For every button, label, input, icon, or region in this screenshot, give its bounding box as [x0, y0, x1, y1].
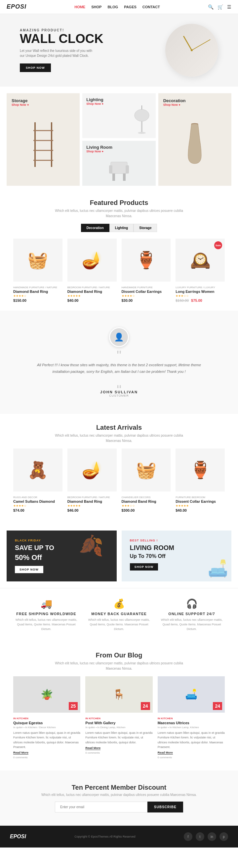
blog-1-read-more[interactable]: Read More	[13, 751, 28, 755]
arrival-1: 🧸 Rugs And Decor Camel Sultans Diamond ★…	[13, 448, 62, 514]
featured-section: Featured Products Which elit tellus, luc…	[0, 192, 238, 311]
nav-shop[interactable]: SHOP	[91, 5, 101, 9]
promo-black-friday: 🍂 BLACK FRIDAY Save Up To 50% Off SHOP N…	[7, 530, 117, 582]
testimonial-role: Customer	[13, 394, 225, 397]
nav-blog[interactable]: BLOG	[108, 5, 118, 9]
featured-products-grid: 🧺 Handmade Furniture / Nature Diamond Ba…	[7, 239, 231, 304]
newsletter-section: Ten Percent Member Discount Which elit t…	[0, 771, 238, 826]
category-decoration[interactable]: Decoration Shop Now ●	[158, 93, 231, 186]
support-title: ONLINE SUPPORT 24/7	[159, 612, 225, 616]
nav-home[interactable]: HOME	[75, 5, 85, 9]
money-back-icon: 💰	[86, 598, 152, 609]
svg-rect-14	[123, 174, 126, 181]
pinterest-icon[interactable]: p	[219, 832, 228, 841]
blog-post-3: 🛋️ 24 In Kitchen Maecenas Ultrices In qu…	[158, 676, 225, 761]
money-back-description: Which elit tellus, luctus nec ullamcorpe…	[86, 617, 152, 632]
facebook-icon[interactable]: f	[184, 832, 192, 841]
product-3-image[interactable]: 🏺	[122, 239, 171, 282]
blog-3-image[interactable]: 🛋️ 24	[158, 676, 225, 713]
product-3-name: Dissent Collar Earrings	[122, 289, 171, 293]
product-4-category: Luxury Furniture / Luxury	[176, 286, 225, 289]
hero-clock	[165, 24, 218, 77]
living-room-shop-now[interactable]: Shop Now ●	[86, 150, 151, 153]
blog-3-cat: In Kitchen	[158, 717, 225, 720]
product-4-image[interactable]: 🕰️ Sale	[176, 239, 225, 282]
arrival-1-name: Camel Sultans Diamond	[13, 499, 62, 503]
linkedin-icon[interactable]: in	[208, 832, 216, 841]
lighting-shop-now[interactable]: Shop Now ●	[86, 102, 151, 105]
quote-mark: "	[13, 352, 225, 359]
product-1-category: Handmade Furniture / Nature	[13, 286, 62, 289]
filter-tab-decoration[interactable]: Decoration	[81, 224, 110, 232]
category-storage[interactable]: Storage Shop Now ●	[7, 93, 80, 186]
hero-description: Let your Wall reflect the luxurious side…	[20, 48, 93, 58]
arrival-1-price: $74.00	[13, 508, 62, 512]
menu-icon[interactable]: ☰	[227, 4, 231, 9]
blog-1-cat: In Kitchen	[13, 717, 80, 720]
newsletter-email-input[interactable]	[55, 802, 147, 812]
svg-point-6	[135, 110, 149, 121]
svg-rect-10	[111, 162, 127, 174]
promo-2-tag: BEST SELLING !	[130, 539, 224, 542]
navbar: EPOSI HOME SHOP BLOG PAGES CONTACT 🔍 🛒 ☰	[0, 0, 238, 14]
featured-subtitle: Which elit tellus, luctus nec ullamcorpe…	[53, 208, 185, 219]
blog-1-desc: Lorem natus quam litlen quisqui, quas in…	[13, 731, 80, 750]
product-2-name: Diamond Band Ring	[67, 289, 117, 293]
filter-tabs: Decoration Lighting Storage	[7, 224, 231, 232]
blog-subtitle: Which elit tellus, luctus nec ullamcorpe…	[53, 661, 185, 671]
testimonial-quote: All Perfect !!! I know those sites with …	[36, 362, 202, 375]
arrivals-grid: 🧸 Rugs And Decor Camel Sultans Diamond ★…	[7, 448, 231, 514]
product-3-price: $30.00	[122, 299, 171, 303]
filter-tab-storage[interactable]: Storage	[133, 224, 157, 232]
blog-2-date: 24	[141, 702, 150, 710]
product-3-category: Handmade Furniture	[122, 286, 171, 289]
shipping-description: Which elit tellus, luctus nec ullamcorpe…	[13, 617, 79, 632]
twitter-icon[interactable]: t	[196, 832, 204, 841]
footer: EPOSI Copyright © EposThemes All Rights …	[0, 826, 238, 847]
newsletter-subscribe-button[interactable]: SUBSCRIBE	[147, 802, 183, 812]
product-2-image[interactable]: 🪔	[67, 239, 117, 282]
featured-title: Featured Products	[7, 199, 231, 207]
arrival-1-image[interactable]: 🧸	[13, 448, 62, 492]
arrival-2-stars: ★★★★★	[67, 504, 117, 507]
footer-social: f t in p	[184, 832, 228, 841]
blog-grid: 🪴 25 In Kitchen Quisque Egestas In quite…	[7, 676, 231, 761]
quote-mark-close: "	[117, 380, 121, 387]
nav-pages[interactable]: PAGES	[124, 5, 137, 9]
blog-3-read-more[interactable]: Read More	[158, 751, 173, 755]
arrival-3-image[interactable]: 🧺	[122, 448, 171, 492]
blog-2-desc: Lorem natus quam litlen quisqui, quas in…	[85, 731, 152, 745]
nav-contact[interactable]: CONTACT	[143, 5, 160, 9]
promo-2-cta[interactable]: SHOP NOW	[130, 563, 158, 570]
footer-copyright: Copyright © EposThemes All Rights Reserv…	[75, 835, 135, 838]
product-1-stars: ★★★★☆	[13, 294, 62, 298]
sofa-decoration: 🛋️	[208, 559, 228, 578]
search-icon[interactable]: 🔍	[208, 4, 213, 9]
blog-2-read-more[interactable]: Read More	[85, 746, 100, 750]
arrival-1-stars: ★★★★☆	[13, 504, 62, 507]
svg-rect-13	[112, 174, 115, 181]
shipping-title: FREE SHIPPING WORLDWIDE	[13, 612, 79, 616]
clock-hour-hand	[183, 36, 192, 51]
clock-center-dot	[191, 49, 193, 51]
filter-tab-lighting[interactable]: Lighting	[110, 224, 133, 232]
blog-1-image[interactable]: 🪴 25	[13, 676, 80, 713]
hero-section: AMAZING PRODUCT! WALL CLOCK Let your Wal…	[0, 14, 238, 87]
cart-icon[interactable]: 🛒	[217, 4, 223, 9]
product-1-image[interactable]: 🧺	[13, 239, 62, 282]
blog-1-meta: In quiter • In Kitchen / Decor Kitchen	[13, 726, 80, 729]
lighting-image	[86, 105, 151, 135]
decoration-shop-now[interactable]: Shop Now ●	[163, 103, 227, 106]
promo-1-cta[interactable]: SHOP NOW	[15, 566, 43, 573]
nav-icons: 🔍 🛒 ☰	[208, 4, 231, 9]
arrival-2-image[interactable]: 🪔	[67, 448, 117, 492]
storage-shop-now[interactable]: Shop Now ●	[11, 103, 75, 106]
arrival-4-image[interactable]: 🏺	[176, 448, 225, 492]
category-lighting[interactable]: Lighting Shop Now ●	[82, 93, 155, 138]
features-section: 🚚 FREE SHIPPING WORLDWIDE Which elit tel…	[0, 588, 238, 642]
category-living-room[interactable]: Living Room Shop Now ●	[82, 141, 155, 186]
footer-logo[interactable]: EPOSI	[10, 834, 26, 840]
blog-2-image[interactable]: 🪑 24	[85, 676, 152, 713]
nav-logo[interactable]: EPOSI	[7, 3, 26, 10]
hero-cta-button[interactable]: SHOP NOW	[20, 63, 51, 72]
